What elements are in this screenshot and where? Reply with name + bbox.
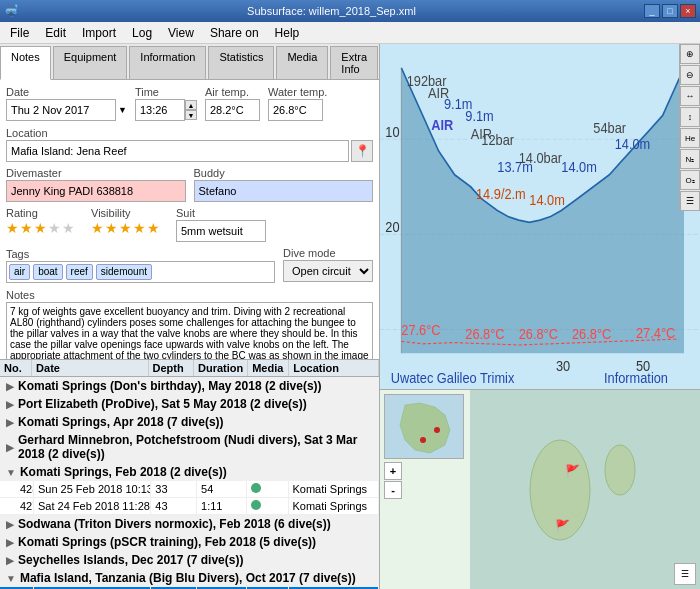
divemaster-input[interactable]: [6, 180, 186, 202]
group-komati-pscr-header[interactable]: ▶ Komati Springs (pSCR training), Feb 20…: [0, 533, 379, 551]
map-zoom-out-button[interactable]: -: [384, 481, 402, 499]
svg-text:9.1m: 9.1m: [465, 109, 493, 125]
menu-import[interactable]: Import: [74, 24, 124, 42]
star-2[interactable]: ★: [20, 220, 33, 236]
water-temp-input[interactable]: [268, 99, 323, 121]
group-seychelles-header[interactable]: ▶ Seychelles Islands, Dec 2017 (7 dive(s…: [0, 551, 379, 569]
profile-toolbar: ⊕ ⊖ ↔ ↕ He N₂ O₂ ☰: [679, 44, 700, 211]
date-label: Date: [6, 86, 127, 98]
group-komati-apr-header[interactable]: ▶ Komati Springs, Apr 2018 (7 dive(s)): [0, 413, 379, 431]
suit-input[interactable]: [176, 220, 266, 242]
time-up-arrow[interactable]: ▲: [185, 100, 197, 110]
tab-media[interactable]: Media: [276, 46, 328, 79]
header-date: Date: [32, 360, 148, 376]
star-3[interactable]: ★: [34, 220, 47, 236]
tab-statistics[interactable]: Statistics: [208, 46, 274, 79]
rating-stars[interactable]: ★ ★ ★ ★ ★: [6, 220, 75, 236]
header-no: No.: [0, 360, 32, 376]
menu-help[interactable]: Help: [267, 24, 308, 42]
dive-no: 427: [0, 498, 34, 514]
header-depth: Depth: [149, 360, 194, 376]
window-title: Subsurface: willem_2018_Sep.xml: [19, 5, 644, 17]
buddy-label: Buddy: [194, 167, 374, 179]
list-header: No. Date Depth Duration Media Location: [0, 360, 379, 377]
tab-equipment[interactable]: Equipment: [53, 46, 128, 79]
time-label: Time: [135, 86, 197, 98]
profile-fit-h[interactable]: ↔: [680, 86, 700, 106]
dive-location: Komati Springs: [289, 498, 380, 514]
group-pe-may-header[interactable]: ▶ Port Elizabeth (ProDive), Sat 5 May 20…: [0, 395, 379, 413]
dive-mode-select[interactable]: Open circuit: [283, 260, 373, 282]
menu-file[interactable]: File: [2, 24, 37, 42]
close-button[interactable]: ×: [680, 4, 696, 18]
tag-boat[interactable]: boat: [33, 264, 62, 280]
profile-o2[interactable]: O₂: [680, 170, 700, 190]
map-info-button[interactable]: ☰: [674, 563, 696, 585]
dive-mode-label: Dive mode: [283, 247, 373, 259]
menu-view[interactable]: View: [160, 24, 202, 42]
svg-text:14.0m: 14.0m: [615, 136, 651, 152]
air-temp-input[interactable]: [205, 99, 260, 121]
tag-reef[interactable]: reef: [66, 264, 93, 280]
vis-star-4[interactable]: ★: [133, 220, 146, 236]
tag-sidemount[interactable]: sidemount: [96, 264, 152, 280]
dive-list: No. Date Depth Duration Media Location ▶…: [0, 359, 379, 589]
tab-extra-info[interactable]: Extra Info: [330, 46, 378, 79]
window-controls[interactable]: _ □ ×: [644, 4, 696, 18]
tags-input[interactable]: air boat reef sidemount: [6, 261, 275, 283]
menu-edit[interactable]: Edit: [37, 24, 74, 42]
header-location: Location: [289, 360, 379, 376]
list-item[interactable]: 427 Sat 24 Feb 2018 11:28 43 1:11 Komati…: [0, 498, 379, 515]
group-sodwana-header[interactable]: ▶ Sodwana (Triton Divers normoxic), Feb …: [0, 515, 379, 533]
maximize-button[interactable]: □: [662, 4, 678, 18]
profile-n2[interactable]: N₂: [680, 149, 700, 169]
group-komati-may-header[interactable]: ▶ Komati Springs (Don's birthday), May 2…: [0, 377, 379, 395]
visibility-stars[interactable]: ★ ★ ★ ★ ★: [91, 220, 160, 236]
vis-star-5[interactable]: ★: [147, 220, 160, 236]
star-5[interactable]: ★: [62, 220, 75, 236]
profile-zoom-out[interactable]: ⊖: [680, 65, 700, 85]
suit-label: Suit: [176, 207, 266, 219]
vis-star-1[interactable]: ★: [91, 220, 104, 236]
location-input[interactable]: [6, 140, 349, 162]
star-4[interactable]: ★: [48, 220, 61, 236]
group-komati-feb-header[interactable]: ▼ Komati Springs, Feb 2018 (2 dive(s)): [0, 463, 379, 481]
profile-zoom-in[interactable]: ⊕: [680, 44, 700, 64]
location-pin-button[interactable]: 📍: [351, 140, 373, 162]
map-main[interactable]: 🚩 🚩: [470, 390, 700, 589]
tab-bar: Notes Equipment Information Statistics M…: [0, 44, 379, 80]
buddy-input[interactable]: [194, 180, 374, 202]
rating-label: Rating: [6, 207, 75, 219]
menu-log[interactable]: Log: [124, 24, 160, 42]
date-dropdown-icon[interactable]: ▼: [118, 105, 127, 115]
air-temp-label: Air temp.: [205, 86, 260, 98]
group-gerhard-header[interactable]: ▶ Gerhard Minnebron, Potchefstroom (Nudi…: [0, 431, 379, 463]
map-zoom-in-button[interactable]: +: [384, 462, 402, 480]
minimize-button[interactable]: _: [644, 4, 660, 18]
time-input[interactable]: [135, 99, 185, 121]
tab-notes[interactable]: Notes: [0, 46, 51, 80]
menu-share[interactable]: Share on: [202, 24, 267, 42]
title-bar-icon: 🤿: [4, 4, 19, 18]
profile-menu[interactable]: ☰: [680, 191, 700, 211]
svg-text:20: 20: [385, 219, 399, 235]
group-komati-may: ▶ Komati Springs (Don's birthday), May 2…: [0, 377, 379, 395]
notes-panel: Date ▼ Time ▲ ▼: [0, 80, 379, 359]
svg-point-36: [605, 445, 635, 495]
profile-fit-v[interactable]: ↕: [680, 107, 700, 127]
tab-information[interactable]: Information: [129, 46, 206, 79]
svg-text:AIR: AIR: [428, 85, 450, 101]
notes-label: Notes: [6, 289, 35, 301]
vis-star-2[interactable]: ★: [105, 220, 118, 236]
title-bar: 🤿 Subsurface: willem_2018_Sep.xml _ □ ×: [0, 0, 700, 22]
group-mafia-header[interactable]: ▼ Mafia Island, Tanzania (Big Blu Divers…: [0, 569, 379, 587]
date-input[interactable]: [6, 99, 116, 121]
star-1[interactable]: ★: [6, 220, 19, 236]
list-item[interactable]: 428 Sun 25 Feb 2018 10:13 33 54 Komati S…: [0, 481, 379, 498]
notes-textarea[interactable]: [6, 302, 373, 359]
time-down-arrow[interactable]: ▼: [185, 110, 197, 120]
dive-media: [247, 498, 288, 514]
tag-air[interactable]: air: [9, 264, 30, 280]
vis-star-3[interactable]: ★: [119, 220, 132, 236]
profile-he[interactable]: He: [680, 128, 700, 148]
